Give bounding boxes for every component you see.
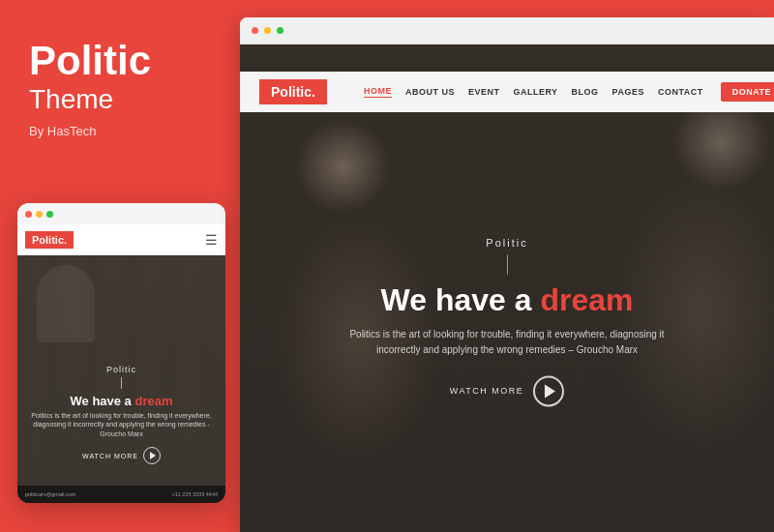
desktop-hero-title: We have a dream xyxy=(342,283,671,317)
mobile-play-button[interactable] xyxy=(143,447,161,464)
theme-title: Politic xyxy=(29,39,208,83)
mobile-footer-email: politicarv@gmail.com xyxy=(25,491,75,497)
dot-red xyxy=(25,211,32,218)
mobile-watch-more: WATCH MORE xyxy=(27,447,216,464)
theme-by: By HasTech xyxy=(29,124,208,138)
mobile-hero-title-highlight: dream xyxy=(134,394,172,408)
mobile-mockup: Politic. ☰ Politic We have a dream Polit… xyxy=(17,203,225,503)
desktop-logo[interactable]: Politic. xyxy=(259,79,327,104)
mobile-hero: Politic We have a dream Politics is the … xyxy=(17,255,225,503)
desktop-hero-tag: Politic xyxy=(342,237,671,249)
desktop-hero: Politic. HOME ABOUT US EVENT GALLERY BLO… xyxy=(240,44,774,532)
desktop-hero-divider xyxy=(507,254,508,274)
dot-green xyxy=(46,211,53,218)
hamburger-icon[interactable]: ☰ xyxy=(205,232,218,248)
desktop-top-bar xyxy=(240,17,774,44)
mobile-hero-desc: Politics is the art of looking for troub… xyxy=(27,411,216,439)
nav-gallery[interactable]: GALLERY xyxy=(513,87,557,97)
mobile-logo: Politic. xyxy=(25,231,74,249)
dot-yellow xyxy=(36,211,43,218)
nav-home[interactable]: HOME xyxy=(364,86,392,98)
mobile-hero-tag: Politic xyxy=(27,365,216,374)
nav-pages[interactable]: PAGES xyxy=(612,87,644,97)
desktop-dot-yellow xyxy=(264,27,271,34)
mobile-nav: Politic. ☰ xyxy=(17,224,225,255)
mobile-hero-divider xyxy=(121,377,122,389)
desktop-nav-links: HOME ABOUT US EVENT GALLERY BLOG PAGES C… xyxy=(364,86,703,98)
desktop-mockup: Politic. HOME ABOUT US EVENT GALLERY BLO… xyxy=(240,17,774,532)
mobile-hero-title: We have a dream xyxy=(27,394,216,408)
mobile-top-bar xyxy=(17,203,225,224)
nav-contact[interactable]: CONTACT xyxy=(658,87,703,97)
left-panel: Politic Theme By HasTech Politic. ☰ Poli… xyxy=(0,0,237,532)
desktop-nav: Politic. HOME ABOUT US EVENT GALLERY BLO… xyxy=(240,72,774,112)
desktop-dot-red xyxy=(252,27,258,34)
mobile-watch-more-label: WATCH MORE xyxy=(82,453,138,459)
mobile-footer-phone: +11 225 3333 4444 xyxy=(171,491,218,497)
donate-button[interactable]: DONATE xyxy=(721,82,774,102)
theme-subtitle: Theme xyxy=(29,83,208,116)
nav-blog[interactable]: BLOG xyxy=(572,87,599,97)
mobile-footer-bar: politicarv@gmail.com +11 225 3333 4444 xyxy=(17,486,225,503)
desktop-hero-content: Politic We have a dream Politics is the … xyxy=(342,237,671,406)
nav-about[interactable]: ABOUT US xyxy=(405,87,455,97)
mobile-hero-title-plain: We have a xyxy=(71,394,135,408)
desktop-watch-more: WATCH MORE xyxy=(342,376,671,407)
desktop-watch-more-label: WATCH MORE xyxy=(450,387,524,397)
desktop-dot-green xyxy=(277,27,283,34)
desktop-play-button[interactable] xyxy=(533,376,564,407)
desktop-hero-title-highlight: dream xyxy=(540,282,633,317)
nav-event[interactable]: EVENT xyxy=(468,87,500,97)
desktop-hero-desc: Politics is the art of looking for troub… xyxy=(342,328,671,359)
mobile-hero-content: Politic We have a dream Politics is the … xyxy=(17,365,225,464)
desktop-hero-title-plain: We have a xyxy=(381,282,541,317)
